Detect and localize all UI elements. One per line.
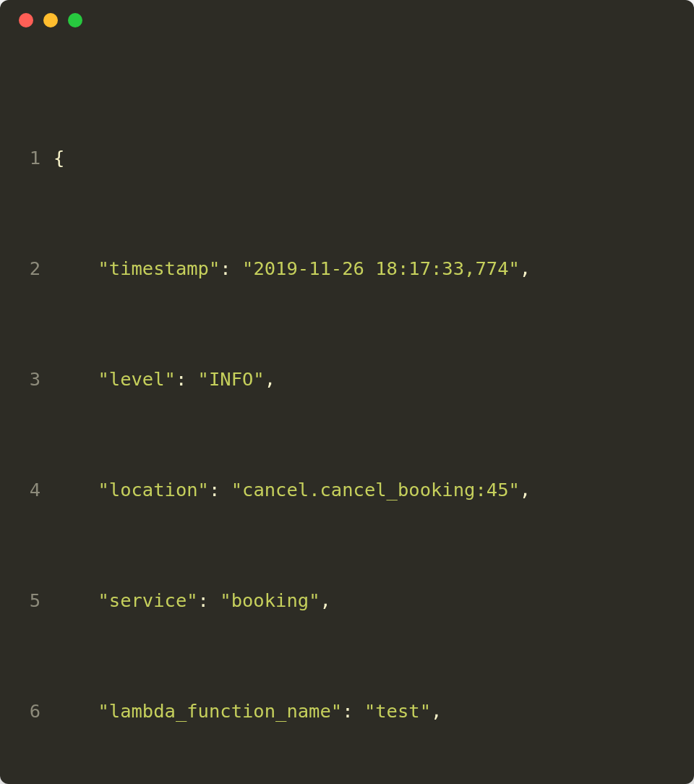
json-value: "INFO" <box>198 368 265 390</box>
line-number: 5 <box>0 587 53 614</box>
brace-open: { <box>53 147 64 169</box>
line-number: 2 <box>0 255 53 282</box>
code-line: 4 "location": "cancel.cancel_booking:45"… <box>0 476 694 503</box>
json-key: "timestamp" <box>98 257 220 279</box>
terminal-window: 1 { 2 "timestamp": "2019-11-26 18:17:33,… <box>0 0 694 784</box>
json-value: "booking" <box>220 589 320 611</box>
code-line: 5 "service": "booking", <box>0 587 694 614</box>
json-key: "location" <box>98 479 209 500</box>
line-number: 4 <box>0 476 53 503</box>
window-titlebar <box>0 0 694 41</box>
code-line: 2 "timestamp": "2019-11-26 18:17:33,774"… <box>0 255 694 282</box>
maximize-icon[interactable] <box>68 13 82 27</box>
line-number: 1 <box>0 144 53 171</box>
code-line: 6 "lambda_function_name": "test", <box>0 697 694 725</box>
json-value: "2019-11-26 18:17:33,774" <box>242 257 520 279</box>
code-line: 1 { <box>0 144 694 171</box>
line-number: 3 <box>0 365 53 393</box>
json-key: "level" <box>98 368 175 390</box>
code-line: 3 "level": "INFO", <box>0 365 694 393</box>
code-editor[interactable]: 1 { 2 "timestamp": "2019-11-26 18:17:33,… <box>0 41 694 784</box>
json-value: "cancel.cancel_booking:45" <box>231 479 520 500</box>
json-value: "test" <box>364 700 431 722</box>
json-key: "service" <box>98 589 197 611</box>
close-icon[interactable] <box>19 13 33 27</box>
json-key: "lambda_function_name" <box>98 700 342 722</box>
line-number: 6 <box>0 697 53 725</box>
minimize-icon[interactable] <box>43 13 58 27</box>
